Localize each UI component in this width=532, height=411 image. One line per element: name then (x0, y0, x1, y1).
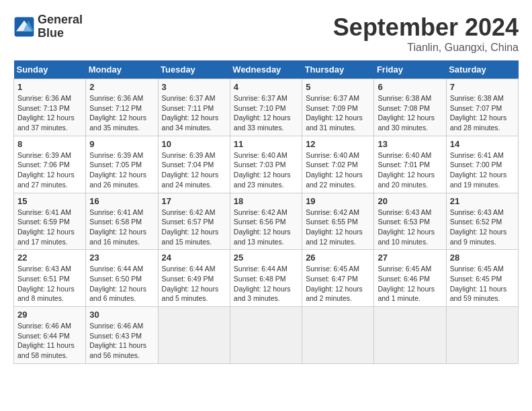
calendar-cell: 15Sunrise: 6:41 AM Sunset: 6:59 PM Dayli… (14, 193, 86, 250)
day-number: 12 (306, 139, 370, 149)
day-info: Sunrise: 6:36 AM Sunset: 7:12 PM Dayligh… (89, 93, 154, 133)
day-info: Sunrise: 6:42 AM Sunset: 6:57 PM Dayligh… (162, 208, 226, 247)
logo-line2: Blue (38, 27, 83, 40)
day-info: Sunrise: 6:39 AM Sunset: 7:04 PM Dayligh… (162, 150, 226, 190)
day-number: 10 (162, 139, 226, 149)
logo-icon (13, 16, 35, 38)
calendar-cell: 26Sunrise: 6:45 AM Sunset: 6:47 PM Dayli… (302, 250, 374, 307)
calendar-cell: 14Sunrise: 6:41 AM Sunset: 7:00 PM Dayli… (446, 136, 518, 193)
calendar-cell: 1Sunrise: 6:36 AM Sunset: 7:13 PM Daylig… (14, 79, 86, 136)
header-day: Wednesday (230, 60, 302, 79)
day-number: 5 (306, 82, 370, 92)
day-info: Sunrise: 6:39 AM Sunset: 7:05 PM Dayligh… (89, 150, 154, 190)
day-number: 14 (450, 139, 515, 149)
calendar-cell (374, 307, 446, 364)
day-number: 3 (162, 82, 226, 92)
calendar-cell: 10Sunrise: 6:39 AM Sunset: 7:04 PM Dayli… (158, 136, 230, 193)
header-day: Saturday (446, 60, 518, 79)
calendar-table: SundayMondayTuesdayWednesdayThursdayFrid… (13, 60, 519, 364)
calendar-cell: 17Sunrise: 6:42 AM Sunset: 6:57 PM Dayli… (158, 193, 230, 250)
day-number: 1 (17, 82, 82, 92)
day-info: Sunrise: 6:37 AM Sunset: 7:11 PM Dayligh… (162, 93, 226, 133)
day-number: 8 (17, 139, 82, 149)
header-day: Friday (374, 60, 446, 79)
day-info: Sunrise: 6:45 AM Sunset: 6:45 PM Dayligh… (450, 264, 515, 304)
day-info: Sunrise: 6:38 AM Sunset: 7:07 PM Dayligh… (450, 93, 515, 133)
header-day: Sunday (14, 60, 86, 79)
calendar-cell: 21Sunrise: 6:43 AM Sunset: 6:52 PM Dayli… (446, 193, 518, 250)
day-number: 23 (89, 253, 154, 263)
calendar-cell: 3Sunrise: 6:37 AM Sunset: 7:11 PM Daylig… (158, 79, 230, 136)
page-header: General Blue September 2024 Tianlin, Gua… (13, 13, 519, 54)
calendar-cell (230, 307, 302, 364)
day-number: 11 (234, 139, 298, 149)
logo-line1: General (38, 13, 83, 27)
calendar-week: 22Sunrise: 6:43 AM Sunset: 6:51 PM Dayli… (14, 250, 519, 307)
calendar-cell: 6Sunrise: 6:38 AM Sunset: 7:08 PM Daylig… (374, 79, 446, 136)
calendar-cell: 12Sunrise: 6:40 AM Sunset: 7:02 PM Dayli… (302, 136, 374, 193)
day-number: 25 (234, 253, 298, 263)
calendar-week: 29Sunrise: 6:46 AM Sunset: 6:44 PM Dayli… (14, 307, 519, 364)
day-info: Sunrise: 6:43 AM Sunset: 6:51 PM Dayligh… (17, 264, 82, 304)
day-info: Sunrise: 6:40 AM Sunset: 7:02 PM Dayligh… (306, 150, 370, 190)
location: Tianlin, Guangxi, China (333, 42, 519, 54)
day-info: Sunrise: 6:37 AM Sunset: 7:09 PM Dayligh… (306, 93, 370, 133)
day-info: Sunrise: 6:46 AM Sunset: 6:43 PM Dayligh… (89, 321, 154, 361)
header-day: Tuesday (158, 60, 230, 79)
day-info: Sunrise: 6:42 AM Sunset: 6:55 PM Dayligh… (306, 208, 370, 247)
calendar-cell: 20Sunrise: 6:43 AM Sunset: 6:53 PM Dayli… (374, 193, 446, 250)
day-info: Sunrise: 6:42 AM Sunset: 6:56 PM Dayligh… (234, 208, 298, 247)
day-number: 2 (89, 82, 154, 92)
day-info: Sunrise: 6:41 AM Sunset: 6:59 PM Dayligh… (17, 208, 82, 247)
day-info: Sunrise: 6:44 AM Sunset: 6:49 PM Dayligh… (162, 264, 226, 304)
calendar-cell: 8Sunrise: 6:39 AM Sunset: 7:06 PM Daylig… (14, 136, 86, 193)
calendar-cell (302, 307, 374, 364)
calendar-week: 15Sunrise: 6:41 AM Sunset: 6:59 PM Dayli… (14, 193, 519, 250)
day-number: 28 (450, 253, 515, 263)
day-number: 19 (306, 196, 370, 206)
day-number: 26 (306, 253, 370, 263)
day-info: Sunrise: 6:44 AM Sunset: 6:48 PM Dayligh… (234, 264, 298, 304)
day-info: Sunrise: 6:46 AM Sunset: 6:44 PM Dayligh… (17, 321, 82, 361)
title-section: September 2024 Tianlin, Guangxi, China (333, 13, 519, 54)
day-number: 17 (162, 196, 226, 206)
calendar-cell: 16Sunrise: 6:41 AM Sunset: 6:58 PM Dayli… (86, 193, 158, 250)
calendar-cell: 27Sunrise: 6:45 AM Sunset: 6:46 PM Dayli… (374, 250, 446, 307)
calendar-week: 1Sunrise: 6:36 AM Sunset: 7:13 PM Daylig… (14, 79, 519, 136)
day-number: 7 (450, 82, 515, 92)
day-number: 29 (17, 310, 82, 320)
calendar-cell: 13Sunrise: 6:40 AM Sunset: 7:01 PM Dayli… (374, 136, 446, 193)
calendar-cell: 25Sunrise: 6:44 AM Sunset: 6:48 PM Dayli… (230, 250, 302, 307)
calendar-cell (446, 307, 518, 364)
day-number: 22 (17, 253, 82, 263)
day-info: Sunrise: 6:43 AM Sunset: 6:52 PM Dayligh… (450, 208, 515, 247)
day-number: 4 (234, 82, 298, 92)
day-number: 30 (89, 310, 154, 320)
day-info: Sunrise: 6:43 AM Sunset: 6:53 PM Dayligh… (378, 208, 442, 247)
day-info: Sunrise: 6:37 AM Sunset: 7:10 PM Dayligh… (234, 93, 298, 133)
day-info: Sunrise: 6:38 AM Sunset: 7:08 PM Dayligh… (378, 93, 442, 133)
day-info: Sunrise: 6:44 AM Sunset: 6:50 PM Dayligh… (89, 264, 154, 304)
calendar-cell: 24Sunrise: 6:44 AM Sunset: 6:49 PM Dayli… (158, 250, 230, 307)
day-number: 24 (162, 253, 226, 263)
day-number: 15 (17, 196, 82, 206)
day-number: 27 (378, 253, 442, 263)
day-number: 20 (378, 196, 442, 206)
day-number: 16 (89, 196, 154, 206)
calendar-cell: 18Sunrise: 6:42 AM Sunset: 6:56 PM Dayli… (230, 193, 302, 250)
calendar-cell: 29Sunrise: 6:46 AM Sunset: 6:44 PM Dayli… (14, 307, 86, 364)
calendar-header: SundayMondayTuesdayWednesdayThursdayFrid… (14, 60, 519, 79)
day-number: 6 (378, 82, 442, 92)
calendar-body: 1Sunrise: 6:36 AM Sunset: 7:13 PM Daylig… (14, 79, 519, 364)
day-info: Sunrise: 6:41 AM Sunset: 6:58 PM Dayligh… (89, 208, 154, 247)
calendar-cell: 2Sunrise: 6:36 AM Sunset: 7:12 PM Daylig… (86, 79, 158, 136)
day-info: Sunrise: 6:40 AM Sunset: 7:03 PM Dayligh… (234, 150, 298, 190)
calendar-week: 8Sunrise: 6:39 AM Sunset: 7:06 PM Daylig… (14, 136, 519, 193)
logo-text: General Blue (38, 13, 83, 40)
calendar-cell: 7Sunrise: 6:38 AM Sunset: 7:07 PM Daylig… (446, 79, 518, 136)
calendar-cell: 9Sunrise: 6:39 AM Sunset: 7:05 PM Daylig… (86, 136, 158, 193)
header-row: SundayMondayTuesdayWednesdayThursdayFrid… (14, 60, 519, 79)
day-info: Sunrise: 6:45 AM Sunset: 6:46 PM Dayligh… (378, 264, 442, 304)
calendar-cell: 11Sunrise: 6:40 AM Sunset: 7:03 PM Dayli… (230, 136, 302, 193)
calendar-cell: 22Sunrise: 6:43 AM Sunset: 6:51 PM Dayli… (14, 250, 86, 307)
